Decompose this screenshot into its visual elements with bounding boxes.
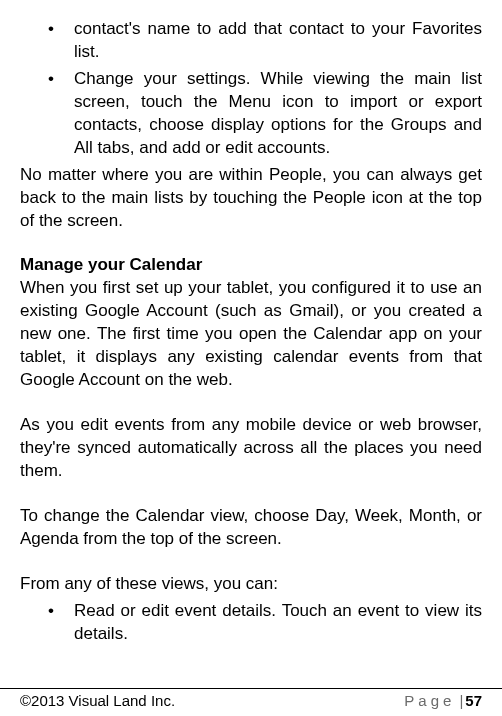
heading-calendar: Manage your Calendar — [20, 254, 482, 277]
footer-page: Page|57 — [404, 691, 482, 711]
footer-page-label: Page — [404, 692, 455, 709]
page-body: contact's name to add that contact to yo… — [20, 18, 482, 676]
paragraph: No matter where you are within People, y… — [20, 164, 482, 233]
bullet-item: Change your settings. While viewing the … — [20, 68, 482, 160]
paragraph: As you edit events from any mobile devic… — [20, 414, 482, 483]
bullet-text: Change your settings. While viewing the … — [74, 69, 482, 157]
paragraph: From any of these views, you can: — [20, 573, 482, 596]
footer-page-number: 57 — [465, 692, 482, 709]
paragraph: When you first set up your tablet, you c… — [20, 277, 482, 392]
bullet-text: Read or edit event details. Touch an eve… — [74, 601, 482, 643]
bullet-item: contact's name to add that contact to yo… — [20, 18, 482, 64]
page-footer: ©2013 Visual Land Inc. Page|57 — [0, 688, 502, 716]
footer-sep: | — [459, 692, 463, 709]
bullet-item: Read or edit event details. Touch an eve… — [20, 600, 482, 646]
bullet-text: contact's name to add that contact to yo… — [74, 19, 482, 61]
footer-copyright: ©2013 Visual Land Inc. — [20, 691, 175, 711]
paragraph: To change the Calendar view, choose Day,… — [20, 505, 482, 551]
